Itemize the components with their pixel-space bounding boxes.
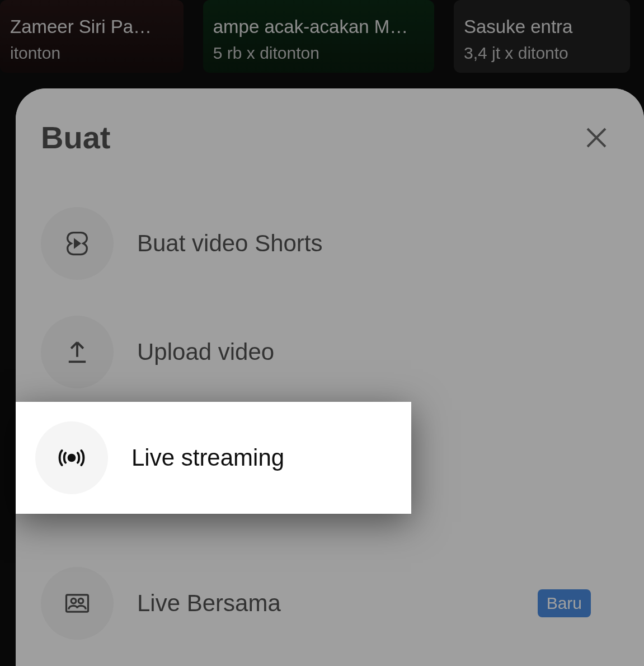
svg-point-3 xyxy=(69,455,75,461)
menu-label: Live streaming xyxy=(131,444,392,471)
sheet-title: Buat xyxy=(41,119,110,156)
new-badge: Baru xyxy=(538,589,591,617)
icon-container xyxy=(41,207,114,280)
menu-item-live-streaming[interactable]: Live streaming xyxy=(16,402,411,514)
menu-item-upload[interactable]: Upload video xyxy=(16,298,644,406)
create-bottom-sheet: Buat Buat video Shorts U xyxy=(16,88,644,666)
sheet-header: Buat xyxy=(16,88,644,172)
upload-icon xyxy=(63,337,92,367)
svg-point-2 xyxy=(78,598,83,603)
menu-item-live-together[interactable]: Live Bersama Baru xyxy=(16,549,644,658)
icon-container xyxy=(35,421,108,494)
menu-label: Live Bersama xyxy=(137,590,514,617)
live-icon xyxy=(57,443,86,472)
svg-point-1 xyxy=(71,598,76,603)
shorts-icon xyxy=(63,229,92,258)
menu-item-shorts[interactable]: Buat video Shorts xyxy=(16,189,644,298)
menu-label: Buat video Shorts xyxy=(137,230,619,257)
icon-container xyxy=(41,567,114,640)
live-together-icon xyxy=(63,589,92,618)
close-icon xyxy=(583,124,610,151)
menu-label: Upload video xyxy=(137,339,619,365)
close-button[interactable] xyxy=(580,121,613,154)
icon-container xyxy=(41,316,114,388)
